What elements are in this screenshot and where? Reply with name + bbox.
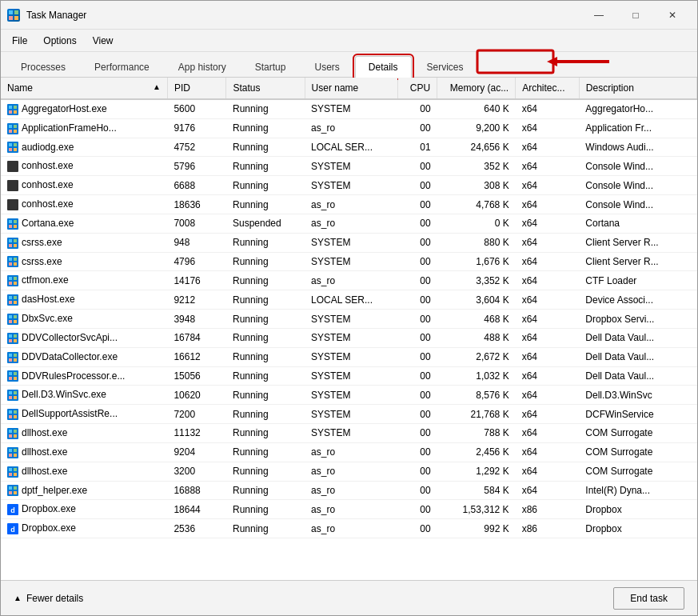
- tab-startup[interactable]: Startup: [241, 56, 300, 78]
- process-memory: 880 K: [437, 233, 516, 252]
- process-user: LOCAL SER...: [305, 290, 397, 310]
- process-desc: CTF Loader: [579, 271, 696, 290]
- process-user: SYSTEM: [305, 386, 397, 405]
- svg-rect-28: [14, 244, 17, 247]
- col-header-cpu[interactable]: CPU: [398, 78, 437, 99]
- process-desc: Dell Data Vaul...: [579, 328, 696, 347]
- process-desc: Console Wind...: [579, 195, 696, 214]
- tab-details[interactable]: Details: [355, 56, 412, 78]
- process-status: Running: [226, 195, 305, 214]
- process-status: Suspended: [226, 214, 305, 233]
- table-row[interactable]: ctfmon.exe14176Runningas_ro003,352 Kx64C…: [1, 271, 697, 290]
- table-row[interactable]: dllhost.exe3200Runningas_ro001,292 Kx64C…: [1, 462, 697, 481]
- table-row[interactable]: DbxSvc.exe3948RunningSYSTEM00468 Kx64Dro…: [1, 310, 697, 329]
- menu-item-file[interactable]: File: [4, 32, 35, 50]
- process-arch: x86: [516, 519, 580, 538]
- process-name: Cortana.exe: [22, 218, 74, 229]
- process-memory: 3,352 K: [437, 271, 516, 290]
- process-user: SYSTEM: [305, 310, 397, 329]
- menu-item-options[interactable]: Options: [35, 32, 84, 50]
- process-pid: 948: [167, 233, 226, 252]
- process-desc: DCFWinService: [579, 405, 696, 424]
- table-row[interactable]: DellSupportAssistRe...7200RunningSYSTEM0…: [1, 405, 697, 424]
- col-header-user[interactable]: User name: [305, 78, 397, 99]
- table-row[interactable]: csrss.exe948RunningSYSTEM00880 Kx64Clien…: [1, 233, 697, 252]
- svg-rect-80: [9, 449, 12, 452]
- col-header-pid[interactable]: PID: [167, 78, 226, 99]
- fewer-details-button[interactable]: ▲ Fewer details: [14, 593, 83, 604]
- process-name: conhost.exe: [22, 198, 74, 210]
- table-body: AggregatorHost.exe5600RunningSYSTEM00640…: [1, 99, 697, 538]
- table-row[interactable]: conhost.exe6688RunningSYSTEM00308 Kx64Co…: [1, 176, 697, 195]
- table-row[interactable]: DDVDataCollector.exe16612RunningSYSTEM00…: [1, 347, 697, 366]
- process-name: conhost.exe: [22, 160, 74, 171]
- menu-item-view[interactable]: View: [85, 32, 122, 50]
- process-arch: x64: [516, 347, 580, 366]
- table-row[interactable]: DDVCollectorSvcApi...16784RunningSYSTEM0…: [1, 328, 697, 347]
- process-arch: x86: [516, 500, 580, 519]
- svg-rect-20: [9, 220, 12, 223]
- table-row[interactable]: Dell.D3.WinSvc.exe10620RunningSYSTEM008,…: [1, 386, 697, 405]
- process-user: as_ro: [305, 442, 397, 462]
- process-name: dasHost.exe: [22, 294, 75, 305]
- process-name: DDVCollectorSvcApi...: [22, 332, 118, 343]
- table-row[interactable]: dptf_helper.exe16888Runningas_ro00584 Kx…: [1, 481, 697, 500]
- tab-services[interactable]: Services: [413, 56, 477, 78]
- process-status: Running: [226, 271, 305, 290]
- maximize-button[interactable]: □: [617, 1, 654, 30]
- table-row[interactable]: audiodg.exe4752RunningLOCAL SER...0124,6…: [1, 138, 697, 157]
- table-row[interactable]: conhost.exe18636Runningas_ro004,768 Kx64…: [1, 195, 697, 214]
- process-pid: 16888: [167, 481, 226, 500]
- tab-processes[interactable]: Processes: [7, 56, 79, 78]
- process-icon: [7, 256, 18, 267]
- table-row[interactable]: DDVRulesProcessor.e...15056RunningSYSTEM…: [1, 366, 697, 386]
- col-header-status[interactable]: Status: [226, 78, 305, 99]
- process-memory: 24,656 K: [437, 138, 516, 157]
- table-header-row: Name ▲ PID Status User name CPU Memory (…: [1, 78, 697, 99]
- table-row[interactable]: Cortana.exe7008Suspendedas_ro000 Kx64Cor…: [1, 214, 697, 233]
- tab-app-history[interactable]: App history: [165, 56, 240, 78]
- table-row[interactable]: ApplicationFrameHo...9176Runningas_ro009…: [1, 118, 697, 138]
- process-pid: 4752: [167, 138, 226, 157]
- process-desc: Dell Data Vaul...: [579, 366, 696, 386]
- end-task-button[interactable]: End task: [613, 587, 684, 610]
- process-desc: Dell Data Vaul...: [579, 347, 696, 366]
- process-cpu: 00: [398, 405, 437, 424]
- col-header-arch[interactable]: Architec...: [516, 78, 580, 99]
- process-icon: [7, 142, 18, 153]
- process-memory: 2,456 K: [437, 442, 516, 462]
- process-arch: x64: [516, 366, 580, 386]
- svg-rect-0: [9, 10, 13, 14]
- table-row[interactable]: dDropbox.exe2536Runningas_ro00992 Kx86Dr…: [1, 519, 697, 538]
- col-header-desc[interactable]: Description: [579, 78, 696, 99]
- table-row[interactable]: conhost.exe5796RunningSYSTEM00352 Kx64Co…: [1, 157, 697, 176]
- col-header-memory[interactable]: Memory (ac...: [437, 78, 516, 99]
- table-row[interactable]: dasHost.exe9212RunningLOCAL SER...003,60…: [1, 290, 697, 310]
- close-button[interactable]: ✕: [654, 1, 691, 30]
- process-status: Running: [226, 347, 305, 366]
- table-row[interactable]: dllhost.exe9204Runningas_ro002,456 Kx64C…: [1, 442, 697, 462]
- table-container[interactable]: Name ▲ PID Status User name CPU Memory (…: [1, 78, 697, 580]
- process-memory: 584 K: [437, 481, 516, 500]
- process-name: csrss.exe: [22, 237, 62, 248]
- process-status: Running: [226, 290, 305, 310]
- process-desc: Windows Audi...: [579, 138, 696, 157]
- table-row[interactable]: dllhost.exe11132RunningSYSTEM00788 Kx64C…: [1, 424, 697, 443]
- tab-performance[interactable]: Performance: [81, 56, 163, 78]
- process-name: dllhost.exe: [22, 446, 67, 458]
- process-cpu: 00: [398, 424, 437, 443]
- table-row[interactable]: csrss.exe4796RunningSYSTEM001,676 Kx64Cl…: [1, 252, 697, 271]
- minimize-button[interactable]: —: [580, 1, 617, 30]
- svg-rect-82: [9, 454, 12, 457]
- process-desc: Cortana: [579, 214, 696, 233]
- tab-users[interactable]: Users: [301, 56, 353, 78]
- table-row[interactable]: dDropbox.exe18644Runningas_ro001,53,312 …: [1, 500, 697, 519]
- process-arch: x64: [516, 442, 580, 462]
- process-name: dllhost.exe: [22, 466, 67, 477]
- process-status: Running: [226, 157, 305, 176]
- svg-rect-10: [9, 125, 12, 128]
- col-header-name[interactable]: Name ▲: [1, 78, 167, 99]
- process-icon: [7, 275, 18, 286]
- process-status: Running: [226, 233, 305, 252]
- table-row[interactable]: AggregatorHost.exe5600RunningSYSTEM00640…: [1, 99, 697, 118]
